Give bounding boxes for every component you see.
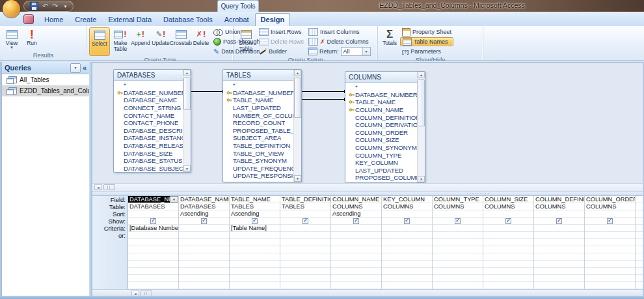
show-checkbox[interactable]: ✓ — [150, 218, 156, 224]
redo-icon[interactable]: ↷ — [52, 3, 58, 10]
grid-empty-cell[interactable] — [230, 261, 280, 268]
field-row[interactable]: DATABASE_SUBJECT — [115, 165, 189, 171]
field-row[interactable]: TABLE_NAME — [224, 96, 300, 104]
grid-table-cell[interactable]: DATABASES — [128, 203, 178, 210]
field-list-tables[interactable]: TABLES*DATABASE_NUMBERTABLE_NAMELAST_UPD… — [222, 69, 302, 182]
grid-sort-cell[interactable] — [433, 210, 483, 218]
grid-field-cell[interactable]: DATABASE_NAME — [179, 196, 229, 203]
field-row[interactable]: DATABASE_STATUS — [115, 157, 189, 165]
field-row[interactable]: LAST_UPDATED — [224, 104, 300, 112]
grid-or-cell[interactable] — [433, 232, 483, 239]
tab-home[interactable]: Home — [38, 14, 69, 26]
join-line-tables-columns-name[interactable] — [301, 99, 345, 100]
office-button[interactable] — [3, 0, 20, 18]
grid-empty-cell[interactable] — [331, 246, 381, 253]
update-button[interactable]: ✎! Update — [151, 27, 170, 56]
grid-empty-cell[interactable] — [585, 239, 635, 246]
field-list-scrollbar[interactable]: ▲▼ — [183, 70, 191, 172]
nav-item-all-tables[interactable]: All_Tables — [2, 74, 89, 85]
grid-empty-cell[interactable] — [179, 275, 229, 282]
field-row[interactable]: KEY_COLUMN — [347, 159, 423, 167]
grid-empty-cell[interactable] — [636, 253, 643, 261]
grid-field-cell[interactable]: TABLE_NAME — [230, 196, 280, 203]
scroll-thumb[interactable] — [103, 184, 115, 190]
grid-empty-cell[interactable] — [331, 268, 381, 275]
grid-table-cell[interactable]: COLUMNS — [483, 203, 533, 210]
field-row[interactable]: * — [115, 81, 189, 89]
grid-empty-cell[interactable] — [331, 261, 381, 268]
grid-empty-cell[interactable] — [179, 268, 229, 275]
grid-empty-cell[interactable] — [585, 268, 635, 275]
field-row[interactable]: COLUMN_DEFINITION — [347, 113, 423, 121]
field-row[interactable]: TABLE_SYNONYM — [224, 157, 300, 165]
grid-empty-cell[interactable] — [483, 253, 533, 261]
grid-empty-cell[interactable] — [483, 275, 533, 282]
nav-item-ezdd-tables-and-columns[interactable]: EZDD_Tables_and_Columns — [2, 85, 89, 96]
grid-or-cell[interactable] — [179, 232, 229, 239]
grid-empty-cell[interactable] — [382, 246, 432, 253]
grid-empty-cell[interactable] — [280, 268, 330, 275]
return-combobox[interactable]: All ▼ — [341, 47, 371, 56]
field-row[interactable]: PROPOSED_TABLE_NAM — [224, 127, 300, 135]
field-row[interactable]: LAST_UPDATED — [347, 167, 423, 175]
field-dropdown-icon[interactable]: ▼ — [170, 196, 178, 203]
grid-empty-cell[interactable] — [483, 239, 533, 246]
grid-empty-cell[interactable] — [280, 261, 330, 268]
grid-empty-cell[interactable] — [331, 282, 381, 289]
join-line-databases-tables[interactable] — [190, 91, 222, 92]
property-sheet-button[interactable]: Property Sheet — [400, 27, 453, 36]
field-row[interactable]: CONNECT_STRING — [115, 104, 189, 112]
grid-empty-cell[interactable] — [636, 210, 643, 218]
field-row[interactable]: NUMBER_OF_COLUMN — [224, 111, 300, 119]
field-row[interactable]: UPDATE_FREQUENCY — [224, 165, 300, 173]
field-list-databases[interactable]: DATABASES*DATABASE_NUMBERDATABASE_NAMECO… — [113, 69, 191, 173]
grid-field-cell[interactable]: COLUMN_NAME — [331, 196, 381, 203]
grid-empty-cell[interactable] — [179, 239, 229, 246]
grid-criteria-cell[interactable] — [483, 225, 533, 232]
grid-table-cell[interactable]: COLUMNS — [382, 203, 432, 210]
grid-empty-cell[interactable] — [585, 282, 635, 289]
grid-empty-cell[interactable] — [382, 275, 432, 282]
grid-criteria-cell[interactable] — [280, 225, 330, 232]
grid-empty-cell[interactable] — [280, 239, 330, 246]
field-row[interactable]: COLUMN_ORDER — [347, 129, 423, 137]
grid-empty-cell[interactable] — [636, 232, 643, 239]
nav-collapse-icon[interactable]: « — [83, 64, 87, 72]
scroll-down-icon[interactable]: ▼ — [183, 165, 191, 172]
insert-columns-button[interactable]: Insert Columns — [306, 27, 373, 36]
show-checkbox[interactable]: ✓ — [556, 218, 562, 224]
grid-empty-cell[interactable] — [433, 268, 483, 275]
select-query-button[interactable]: Select — [89, 27, 110, 56]
show-checkbox[interactable]: ✓ — [302, 218, 308, 224]
field-row[interactable]: DATABASE_SIZE — [115, 149, 189, 157]
grid-field-cell[interactable]: COLUMN_ORDER — [585, 196, 635, 203]
field-row[interactable]: CONTACT_NAME — [115, 111, 189, 119]
grid-show-cell[interactable]: ✓ — [585, 218, 635, 225]
grid-empty-cell[interactable] — [382, 239, 432, 246]
grid-empty-cell[interactable] — [230, 282, 280, 289]
grid-sort-cell[interactable] — [280, 210, 330, 218]
grid-show-cell[interactable]: ✓ — [179, 218, 229, 225]
grid-empty-cell[interactable] — [636, 275, 643, 282]
tab-create[interactable]: Create — [69, 14, 102, 26]
insert-rows-button[interactable]: Insert Rows — [257, 27, 306, 36]
field-list-scrollbar[interactable]: ▲▼ — [293, 70, 301, 182]
tab-design[interactable]: Design — [255, 13, 291, 26]
grid-or-cell[interactable] — [534, 232, 584, 239]
grid-or-cell[interactable] — [382, 232, 432, 239]
grid-empty-cell[interactable] — [534, 268, 584, 275]
grid-criteria-cell[interactable] — [585, 225, 635, 232]
grid-sort-cell[interactable]: Ascending — [331, 210, 381, 218]
grid-field-cell[interactable]: KEY_COLUMN — [382, 196, 432, 203]
grid-empty-cell[interactable] — [280, 246, 330, 253]
view-dropdown-icon[interactable]: ▼ — [10, 46, 14, 50]
show-table-button[interactable]: Show Table — [235, 27, 256, 56]
grid-empty-cell[interactable] — [230, 253, 280, 261]
grid-criteria-cell[interactable] — [382, 225, 432, 232]
grid-field-cell[interactable]: TABLE_DEFINITION — [280, 196, 330, 203]
grid-empty-cell[interactable] — [534, 282, 584, 289]
grid-empty-cell[interactable] — [636, 268, 643, 275]
scroll-thumb[interactable] — [294, 78, 301, 118]
field-row[interactable]: DATABASE_NUMBER — [115, 89, 189, 97]
field-row[interactable]: DATABASE_RELEASE — [115, 142, 189, 150]
